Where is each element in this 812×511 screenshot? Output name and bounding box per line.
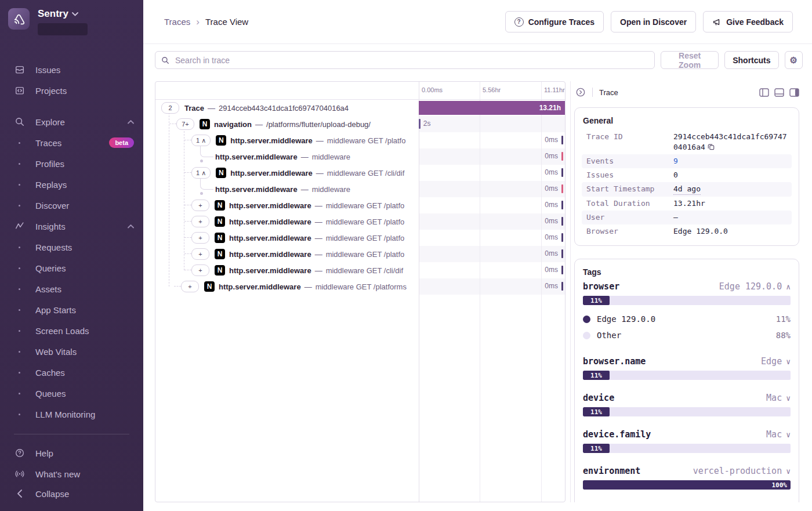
dock-bottom-icon[interactable] xyxy=(774,88,784,97)
expand-chip[interactable]: + xyxy=(191,200,209,211)
span-duration-cell[interactable]: 13.21h xyxy=(419,100,565,116)
sidebar-item-discover[interactable]: Discover xyxy=(0,195,143,216)
search-input[interactable] xyxy=(174,55,648,66)
expand-chip[interactable]: + xyxy=(191,248,209,260)
sidebar-group-explore[interactable]: Explore xyxy=(0,111,143,132)
span-row-middleware[interactable]: + N http.server.middleware — middleware … xyxy=(155,230,565,246)
sidebar-item-requests[interactable]: Requests xyxy=(0,237,143,258)
bullet-icon xyxy=(14,309,25,311)
span-row-middleware[interactable]: + N http.server.middleware — middleware … xyxy=(155,262,565,278)
span-duration-cell[interactable]: 0ms xyxy=(419,197,565,213)
sidebar-item-profiles[interactable]: Profiles xyxy=(0,153,143,174)
span-row-trace[interactable]: 2 Trace — 2914cceb443c41dca1fc6974704016… xyxy=(155,100,565,116)
sidebar-item-llm-monitoring[interactable]: LLM Monitoring xyxy=(0,404,143,425)
sidebar-item-caches[interactable]: Caches xyxy=(0,362,143,383)
tag-distribution-bar[interactable]: 11% xyxy=(583,444,791,453)
trace-duration-bar[interactable]: 13.21h xyxy=(419,101,565,115)
span-row-middleware[interactable]: + N http.server.middleware — middleware … xyxy=(155,246,565,262)
collapse-button[interactable]: Collapse xyxy=(0,483,143,504)
span-duration-cell[interactable]: 0ms xyxy=(419,230,565,246)
span-duration-cell[interactable]: 0ms xyxy=(419,213,565,230)
span-duration-cell[interactable]: 0ms xyxy=(419,246,565,262)
span-duration-cell[interactable]: 0ms xyxy=(419,132,565,148)
expand-chip[interactable]: 1 ∧ xyxy=(191,167,211,179)
span-row-middleware[interactable]: + N http.server.middleware — middleware … xyxy=(155,197,565,213)
bullet-icon xyxy=(14,372,25,374)
sidebar-item-screen-loads[interactable]: Screen Loads xyxy=(0,320,143,341)
tag-value-toggle[interactable]: Edge ∨ xyxy=(761,356,791,367)
reset-zoom-button[interactable]: Reset Zoom xyxy=(661,51,719,69)
tag-distribution-bar[interactable]: 11% xyxy=(583,371,791,380)
legend-item[interactable]: Edge 129.0.0 11% xyxy=(583,311,791,327)
events-count-link[interactable]: 9 xyxy=(673,156,678,166)
tag-value-toggle[interactable]: vercel-production ∨ xyxy=(693,466,791,476)
shortcuts-button[interactable]: Shortcuts xyxy=(724,51,778,69)
sidebar-item-assets[interactable]: Assets xyxy=(0,278,143,299)
tag-key: device xyxy=(583,393,614,403)
tag-percent-label: 11% xyxy=(590,297,602,305)
row-value[interactable]: 4d ago xyxy=(673,184,701,195)
legend-label: Edge 129.0.0 xyxy=(597,314,776,324)
span-separator: — xyxy=(316,169,324,177)
tag-distribution-bar[interactable]: 11% xyxy=(583,296,791,305)
timeline-tick-label: 5.56hr xyxy=(483,86,501,93)
trace-toolbar: Reset Zoom Shortcuts ⚙ xyxy=(143,44,812,76)
sidebar-item-projects[interactable]: Projects xyxy=(0,80,143,101)
drawer-header: Trace xyxy=(571,84,812,100)
give-feedback-button[interactable]: Give Feedback xyxy=(703,11,793,32)
brand-title: Sentry xyxy=(38,8,68,20)
dock-left-icon[interactable] xyxy=(759,88,769,97)
copy-icon[interactable] xyxy=(708,143,715,150)
expand-chip[interactable]: 7+ xyxy=(176,118,194,130)
open-in-discover-button[interactable]: Open in Discover xyxy=(611,11,696,32)
sidebar-item-help[interactable]: Help xyxy=(0,443,143,463)
span-duration-cell[interactable]: 0ms xyxy=(419,148,565,165)
sidebar-group-insights[interactable]: Insights xyxy=(0,216,143,237)
expand-chip[interactable]: + xyxy=(191,232,209,244)
span-duration-cell[interactable]: 0ms xyxy=(419,181,565,197)
span-row-middleware[interactable]: 1 ∧ N http.server.middleware — middlewar… xyxy=(155,132,565,148)
span-row-middleware[interactable]: + N http.server.middleware — middleware … xyxy=(155,278,565,295)
chevron-circle-right-icon[interactable] xyxy=(575,87,586,97)
sidebar-item-queries[interactable]: Queries xyxy=(0,258,143,278)
expand-chip[interactable]: + xyxy=(191,216,209,227)
sidebar-item-traces[interactable]: Traces beta xyxy=(0,132,143,153)
tag-distribution-bar[interactable]: 11% xyxy=(583,407,791,416)
sentry-logo[interactable] xyxy=(8,8,30,30)
span-duration-tick xyxy=(561,282,563,291)
span-row-middleware-child[interactable]: http.server.middleware — middleware 0ms xyxy=(155,181,565,197)
legend-item[interactable]: Other 88% xyxy=(583,327,791,343)
tag-value: Mac xyxy=(766,393,782,403)
span-row-navigation[interactable]: 7+ N navigation — /platforms/flutter/upl… xyxy=(155,116,565,132)
timeline-header[interactable]: 0.00ms 5.56hr 11.11hr xyxy=(155,82,565,100)
span-duration-cell[interactable]: 0ms xyxy=(419,278,565,295)
settings-button[interactable]: ⚙ xyxy=(785,51,803,69)
expand-chip[interactable]: + xyxy=(181,281,199,292)
sidebar-item-app-starts[interactable]: App Starts xyxy=(0,299,143,320)
span-row-middleware[interactable]: + N http.server.middleware — middleware … xyxy=(155,213,565,230)
sidebar-item-whats-new[interactable]: What's new xyxy=(0,463,143,484)
expand-chip[interactable]: 2 xyxy=(161,102,179,114)
sidebar-item-replays[interactable]: Replays xyxy=(0,174,143,195)
org-switcher[interactable]: Sentry xyxy=(38,8,88,20)
breadcrumb-traces-link[interactable]: Traces xyxy=(164,17,190,27)
sidebar-item-web-vitals[interactable]: Web Vitals xyxy=(0,341,143,362)
tag-value-toggle[interactable]: Mac ∨ xyxy=(766,393,791,403)
help-circle-icon: ? xyxy=(514,17,524,27)
expand-chip[interactable]: + xyxy=(191,264,209,276)
tag-value-toggle[interactable]: Edge 129.0.0 ∧ xyxy=(719,281,791,292)
shortcuts-label: Shortcuts xyxy=(733,56,770,65)
tag-value-toggle[interactable]: Mac ∨ xyxy=(766,429,791,440)
tag-distribution-bar[interactable]: 100% xyxy=(583,480,791,490)
span-duration-cell[interactable]: 0ms xyxy=(419,165,565,181)
sidebar-item-issues[interactable]: Issues xyxy=(0,59,143,80)
span-duration-cell[interactable]: 2s xyxy=(419,116,565,132)
configure-traces-button[interactable]: ? Configure Traces xyxy=(505,11,604,32)
dock-right-icon[interactable] xyxy=(789,88,799,97)
span-duration-cell[interactable]: 0ms xyxy=(419,262,565,278)
sidebar-item-queues[interactable]: Queues xyxy=(0,383,143,404)
span-row-middleware-child[interactable]: http.server.middleware — middleware 0ms xyxy=(155,148,565,165)
span-row-middleware[interactable]: 1 ∧ N http.server.middleware — middlewar… xyxy=(155,165,565,181)
expand-chip[interactable]: 1 ∧ xyxy=(191,135,211,146)
duration-label: 0ms xyxy=(545,282,558,290)
